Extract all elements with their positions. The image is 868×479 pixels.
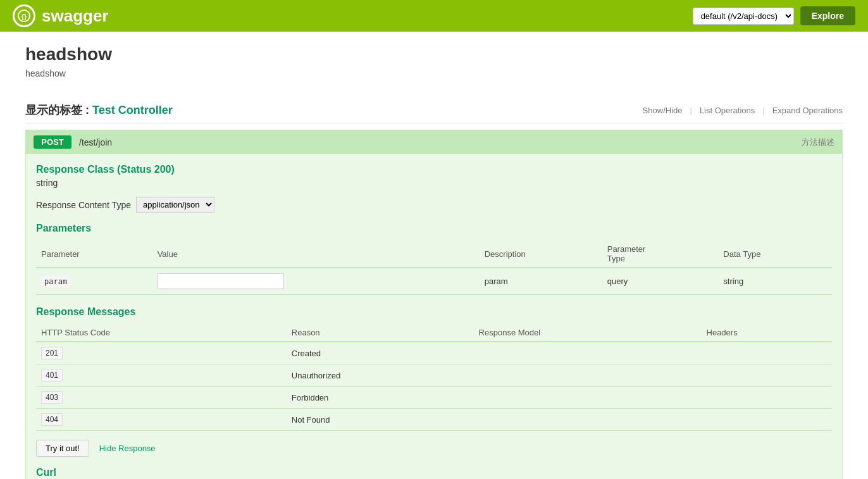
param-value-input[interactable] [158,273,284,289]
operation-header[interactable]: POST /test/join 方法描述 [26,130,842,154]
response-class-title: Response Class (Status 200) [36,164,832,175]
reason-404: Not Found [287,409,474,431]
expand-operations-link[interactable]: Expand Operations [772,106,843,115]
parameters-table: Parameter Value Description ParameterTyp… [36,240,832,295]
table-row: 201 Created [36,342,832,364]
operation-description-link[interactable]: 方法描述 [802,137,834,148]
response-class-type: string [36,178,832,188]
col-reason: Reason [287,324,474,342]
content-type-label: Response Content Type [36,200,131,210]
col-param-type: ParameterType [602,240,719,268]
col-parameter: Parameter [36,240,152,268]
app-title: headshow [25,44,843,65]
tag-section: 显示的标签 : Test Controller Show/Hide | List… [25,97,843,479]
divider2: | [762,106,764,115]
tag-actions: Show/Hide | List Operations | Expand Ope… [643,106,843,115]
model-201 [474,342,702,364]
header-controls: default (/v2/api-docs) Explore [693,6,855,25]
headers-201 [702,342,832,364]
headers-404 [702,409,832,431]
response-messages-table: HTTP Status Code Reason Response Model H… [36,324,832,431]
col-response-model: Response Model [474,324,702,342]
reason-403: Forbidden [287,387,474,409]
table-row: 404 Not Found [36,409,832,431]
show-hide-link[interactable]: Show/Hide [643,106,683,115]
api-docs-select[interactable]: default (/v2/api-docs) [693,8,794,25]
response-messages-title: Response Messages [36,306,832,318]
headers-401 [702,364,832,387]
param-data-type-cell: string [718,268,832,295]
col-value: Value [152,240,480,268]
reason-401: Unauthorized [287,364,474,387]
model-404 [474,409,702,431]
header: {} swagger default (/v2/api-docs) Explor… [0,0,868,32]
operation-header-left: POST /test/join [34,135,112,149]
response-header-row: HTTP Status Code Reason Response Model H… [36,324,832,342]
param-name-cell: param [36,268,152,295]
params-header-row: Parameter Value Description ParameterTyp… [36,240,832,268]
headers-403 [702,387,832,409]
col-data-type: Data Type [718,240,832,268]
col-status-code: HTTP Status Code [36,324,287,342]
col-headers: Headers [702,324,832,342]
reason-201: Created [287,342,474,364]
operation-path: /test/join [79,137,112,147]
swagger-logo-icon: {} [13,4,35,27]
status-401: 401 [36,364,287,387]
tag-header: 显示的标签 : Test Controller Show/Hide | List… [25,97,843,123]
param-type-cell: query [602,268,719,295]
parameters-title: Parameters [36,223,832,234]
main-content: headshow headshow 显示的标签 : Test Controlle… [0,32,868,479]
tag-colon: : [82,104,92,116]
table-row: 403 Forbidden [36,387,832,409]
model-403 [474,387,702,409]
tag-label: 显示的标签 [25,104,82,116]
app-subtitle: headshow [25,68,843,78]
operation-block: POST /test/join 方法描述 Response Class (Sta… [25,130,843,479]
try-it-out-button[interactable]: Try it out! [36,440,89,457]
swagger-logo-text: swagger [42,6,109,26]
param-value-cell [152,268,480,295]
status-201: 201 [36,342,287,364]
divider1: | [690,106,691,115]
status-404: 404 [36,409,287,431]
table-row: 401 Unauthorized [36,364,832,387]
status-403: 403 [36,387,287,409]
svg-text:{}: {} [22,13,27,20]
action-row: Try it out! Hide Response [36,440,832,457]
content-type-select[interactable]: application/json [136,197,214,213]
param-description-cell: param [480,268,602,295]
method-badge: POST [34,135,71,149]
list-operations-link[interactable]: List Operations [700,106,755,115]
logo-area: {} swagger [13,4,109,27]
hide-response-link[interactable]: Hide Response [99,444,156,453]
operation-body: Response Class (Status 200) string Respo… [26,154,842,479]
table-row: param param query string [36,268,832,295]
tag-controller: Test Controller [92,104,173,116]
explore-button[interactable]: Explore [800,6,855,25]
col-description: Description [480,240,602,268]
model-401 [474,364,702,387]
content-type-row: Response Content Type application/json [36,197,832,213]
curl-title: Curl [36,467,832,478]
tag-title: 显示的标签 : Test Controller [25,103,173,118]
